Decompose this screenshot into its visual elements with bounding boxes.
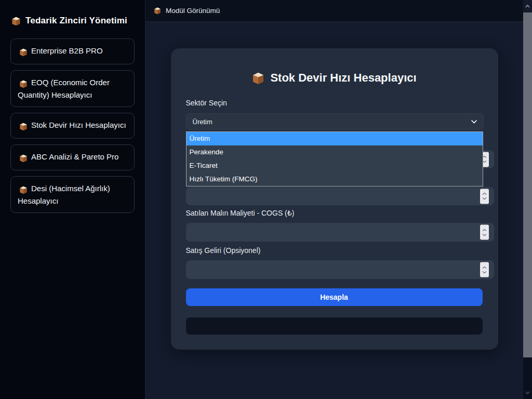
dropdown-option[interactable]: Perakende: [187, 145, 483, 159]
revenue-input[interactable]: [186, 260, 494, 279]
scroll-down-button[interactable]: [523, 387, 532, 399]
package-icon: [19, 152, 28, 164]
package-icon: [19, 184, 28, 195]
number-input-2[interactable]: [186, 187, 494, 205]
sidebar-item[interactable]: Enterprise B2B PRO: [10, 38, 135, 64]
package-icon: [252, 71, 264, 85]
cogs-input[interactable]: [186, 223, 494, 242]
dropdown-option[interactable]: Üretim: [187, 132, 483, 145]
sidebar-item[interactable]: EOQ (Economic Order Quantity) Hesaplayıc…: [10, 70, 135, 108]
card-title-label: Stok Devir Hızı Hesaplayıcı: [270, 71, 416, 85]
spinner-stepper[interactable]: [480, 225, 489, 240]
dropdown-option[interactable]: Hızlı Tüketim (FMCG): [187, 172, 483, 186]
spinner-stepper[interactable]: [480, 262, 489, 277]
sidebar-title: Tedarik Zinciri Yönetimi: [11, 16, 134, 26]
card-title: Stok Devir Hızı Hesaplayıcı: [171, 71, 498, 85]
scroll-up-button[interactable]: [523, 0, 532, 12]
sidebar-title-label: Tedarik Zinciri Yönetimi: [25, 16, 127, 26]
sidebar-nav: Enterprise B2B PRO EOQ (Economic Order Q…: [10, 38, 135, 213]
sidebar: Tedarik Zinciri Yönetimi Enterprise B2B …: [0, 0, 145, 399]
package-icon: [19, 46, 28, 58]
result-box: [186, 317, 483, 335]
package-icon: [19, 121, 28, 132]
vertical-scrollbar[interactable]: [523, 0, 532, 399]
app-root: Tedarik Zinciri Yönetimi Enterprise B2B …: [0, 0, 532, 399]
content-area: Stok Devir Hızı Hesaplayıcı Sektör Seçin…: [145, 22, 523, 399]
sector-select[interactable]: Üretim: [186, 113, 484, 130]
cogs-label: Satılan Malın Maliyeti - COGS (₺): [186, 209, 295, 217]
chevron-down-icon: [471, 120, 477, 124]
topbar-title: Modül Görünümü: [166, 7, 220, 15]
package-icon: [11, 16, 21, 26]
package-icon: [19, 78, 28, 89]
sidebar-item-label: ABC Analizi & Pareto Pro: [31, 152, 118, 161]
sector-dropdown: ÜretimPerakendeE-TicaretHızlı Tüketim (F…: [186, 131, 483, 187]
dropdown-option[interactable]: E-Ticaret: [187, 159, 483, 172]
main-area: Modül Görünümü Stok Devir Hızı Hesaplayı…: [145, 0, 523, 399]
sidebar-item[interactable]: Desi (Hacimsel Ağırlık) Hesaplayıcı: [10, 176, 135, 214]
sector-select-value: Üretim: [193, 118, 212, 126]
calculator-card: Stok Devir Hızı Hesaplayıcı Sektör Seçin…: [171, 48, 498, 350]
sidebar-item-label: Stok Devir Hızı Hesaplayıcı: [31, 121, 126, 129]
sidebar-item-label: EOQ (Economic Order Quantity) Hesaplayıc…: [18, 78, 110, 99]
sidebar-item[interactable]: ABC Analizi & Pareto Pro: [10, 144, 135, 170]
spinner-stepper[interactable]: [480, 189, 489, 204]
calculate-button[interactable]: Hesapla: [186, 288, 483, 306]
sidebar-item-label: Desi (Hacimsel Ağırlık) Hesaplayıcı: [18, 184, 110, 205]
sidebar-item-label: Enterprise B2B PRO: [31, 46, 103, 55]
package-icon: [154, 7, 161, 15]
topbar: Modül Görünümü: [145, 0, 523, 22]
scrollbar-thumb[interactable]: [523, 12, 532, 357]
revenue-label: Satış Geliri (Opsiyonel): [186, 246, 261, 255]
sidebar-item[interactable]: Stok Devir Hızı Hesaplayıcı: [10, 113, 135, 139]
sector-label: Sektör Seçin: [186, 99, 227, 107]
